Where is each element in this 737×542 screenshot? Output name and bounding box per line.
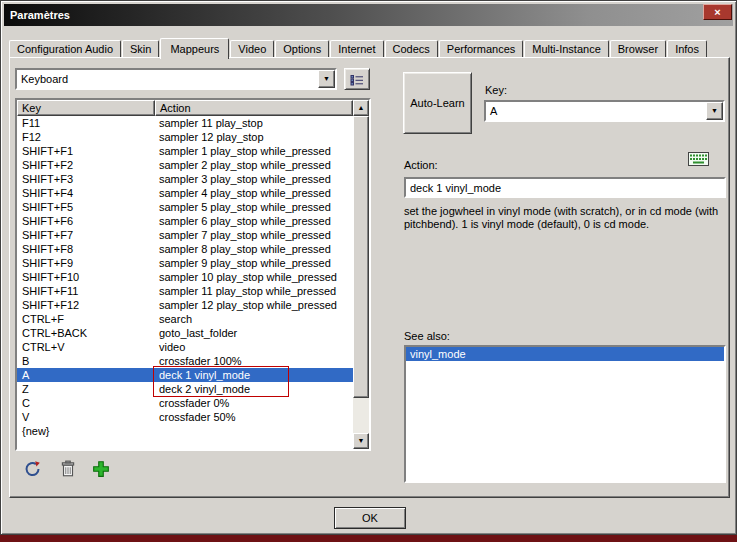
- table-row[interactable]: B crossfader 100%: [17, 354, 353, 368]
- title-bar: Paramètres: [4, 4, 733, 26]
- row-action-cell: sampler 11 play_stop while_pressed: [155, 284, 353, 298]
- table-row[interactable]: A deck 1 vinyl_mode: [17, 368, 353, 382]
- table-row[interactable]: C crossfader 0%: [17, 396, 353, 410]
- mapping-list: Key Action F11 sampler 11 play_stop F12 …: [15, 98, 371, 451]
- list-item[interactable]: vinyl_mode: [406, 347, 724, 361]
- table-row[interactable]: Z deck 2 vinyl_mode: [17, 382, 353, 396]
- row-key-cell: F12: [17, 130, 155, 144]
- tab-label: Video: [238, 43, 266, 55]
- table-row[interactable]: SHIFT+F2 sampler 2 play_stop while_press…: [17, 158, 353, 172]
- table-row[interactable]: {new}: [17, 424, 353, 438]
- tab[interactable]: Infos: [667, 40, 707, 58]
- row-key-cell: C: [17, 396, 155, 410]
- row-action-cell: crossfader 50%: [155, 410, 353, 424]
- table-row[interactable]: SHIFT+F12 sampler 12 play_stop while_pre…: [17, 298, 353, 312]
- tab-label: Skin: [130, 43, 151, 55]
- row-action-cell: crossfader 100%: [155, 354, 353, 368]
- row-action-cell: search: [155, 312, 353, 326]
- row-key-cell: CTRL+V: [17, 340, 155, 354]
- column-header-action[interactable]: Action: [155, 100, 353, 116]
- tab[interactable]: Browser: [610, 40, 666, 58]
- table-row[interactable]: V crossfader 50%: [17, 410, 353, 424]
- list-item-label: vinyl_mode: [410, 348, 466, 360]
- list-icon: [350, 74, 364, 86]
- tab[interactable]: Skin: [122, 40, 159, 58]
- table-row[interactable]: SHIFT+F9 sampler 9 play_stop while_press…: [17, 256, 353, 270]
- action-input[interactable]: [404, 177, 726, 198]
- tab[interactable]: Performances: [439, 40, 523, 58]
- row-key-cell: SHIFT+F6: [17, 214, 155, 228]
- key-label: Key:: [485, 84, 507, 97]
- row-key-cell: SHIFT+F12: [17, 298, 155, 312]
- see-also-label: See also:: [404, 330, 450, 343]
- tab-label: Options: [283, 43, 321, 55]
- table-row[interactable]: SHIFT+F4 sampler 4 play_stop while_press…: [17, 186, 353, 200]
- row-key-cell: SHIFT+F8: [17, 242, 155, 256]
- keyboard-button[interactable]: [685, 150, 711, 171]
- scroll-up-icon: ▲: [358, 104, 365, 111]
- table-row[interactable]: SHIFT+F6 sampler 6 play_stop while_press…: [17, 214, 353, 228]
- table-row[interactable]: F12 sampler 12 play_stop: [17, 130, 353, 144]
- table-row[interactable]: CTRL+BACK goto_last_folder: [17, 326, 353, 340]
- tab[interactable]: Video: [230, 40, 274, 58]
- row-key-cell: CTRL+F: [17, 312, 155, 326]
- scrollbar-thumb[interactable]: [353, 116, 369, 398]
- close-button[interactable]: ×: [703, 4, 732, 20]
- keyboard-icon: [688, 152, 709, 166]
- table-row[interactable]: SHIFT+F8 sampler 8 play_stop while_press…: [17, 242, 353, 256]
- dropdown-arrow-icon[interactable]: ▼: [318, 70, 335, 88]
- scroll-up-button[interactable]: ▲: [353, 100, 369, 116]
- table-row[interactable]: SHIFT+F5 sampler 5 play_stop while_press…: [17, 200, 353, 214]
- tab[interactable]: Options: [275, 40, 329, 58]
- restore-default-button[interactable]: [19, 458, 47, 482]
- add-button[interactable]: [87, 458, 115, 482]
- row-action-cell: crossfader 0%: [155, 396, 353, 410]
- device-select[interactable]: Keyboard ▼: [15, 68, 337, 90]
- row-action-cell: goto_last_folder: [155, 326, 353, 340]
- ok-button[interactable]: OK: [334, 507, 406, 529]
- row-key-cell: SHIFT+F3: [17, 172, 155, 186]
- row-action-cell: video: [155, 340, 353, 354]
- mapper-list-button[interactable]: [344, 68, 370, 90]
- table-row[interactable]: SHIFT+F3 sampler 3 play_stop while_press…: [17, 172, 353, 186]
- table-row[interactable]: SHIFT+F11 sampler 11 play_stop while_pre…: [17, 284, 353, 298]
- delete-button[interactable]: [54, 458, 82, 482]
- table-row[interactable]: SHIFT+F1 sampler 1 play_stop while_press…: [17, 144, 353, 158]
- key-select[interactable]: A ▼: [484, 100, 725, 122]
- table-row[interactable]: SHIFT+F7 sampler 7 play_stop while_press…: [17, 228, 353, 242]
- row-key-cell: V: [17, 410, 155, 424]
- table-row[interactable]: CTRL+V video: [17, 340, 353, 354]
- row-key-cell: {new}: [17, 424, 155, 438]
- tab[interactable]: Internet: [330, 40, 383, 58]
- row-key-cell: SHIFT+F4: [17, 186, 155, 200]
- list-header: Key Action: [17, 100, 353, 116]
- row-action-cell: sampler 4 play_stop while_pressed: [155, 186, 353, 200]
- tab-label: Multi-Instance: [532, 43, 600, 55]
- device-select-value: Keyboard: [17, 70, 318, 88]
- mapping-rows: F11 sampler 11 play_stop F12 sampler 12 …: [17, 116, 353, 449]
- window-title: Paramètres: [10, 9, 70, 21]
- tab-bar: Configuration Audio Skin Mappeurs Video …: [9, 38, 708, 58]
- action-description: set the jogwheel in vinyl mode (with scr…: [404, 205, 728, 231]
- auto-learn-button[interactable]: Auto-Learn: [403, 72, 472, 134]
- scrollbar[interactable]: ▲ ▼: [353, 100, 369, 449]
- dropdown-arrow-icon[interactable]: ▼: [706, 102, 723, 120]
- tab[interactable]: Configuration Audio: [9, 40, 121, 58]
- tab[interactable]: Mappeurs: [160, 38, 229, 59]
- tab[interactable]: Codecs: [385, 40, 438, 58]
- tab[interactable]: Multi-Instance: [524, 40, 608, 58]
- table-row[interactable]: CTRL+F search: [17, 312, 353, 326]
- row-key-cell: SHIFT+F11: [17, 284, 155, 298]
- row-key-cell: SHIFT+F5: [17, 200, 155, 214]
- restore-default-icon: [24, 460, 42, 478]
- table-row[interactable]: F11 sampler 11 play_stop: [17, 116, 353, 130]
- row-key-cell: CTRL+BACK: [17, 326, 155, 340]
- column-header-key[interactable]: Key: [17, 100, 155, 116]
- row-action-cell: [155, 424, 353, 438]
- row-action-cell: deck 1 vinyl_mode: [155, 368, 353, 382]
- tab-label: Infos: [675, 43, 699, 55]
- row-key-cell: SHIFT+F10: [17, 270, 155, 284]
- row-action-cell: sampler 2 play_stop while_pressed: [155, 158, 353, 172]
- scroll-down-button[interactable]: ▼: [353, 433, 369, 449]
- table-row[interactable]: SHIFT+F10 sampler 10 play_stop while_pre…: [17, 270, 353, 284]
